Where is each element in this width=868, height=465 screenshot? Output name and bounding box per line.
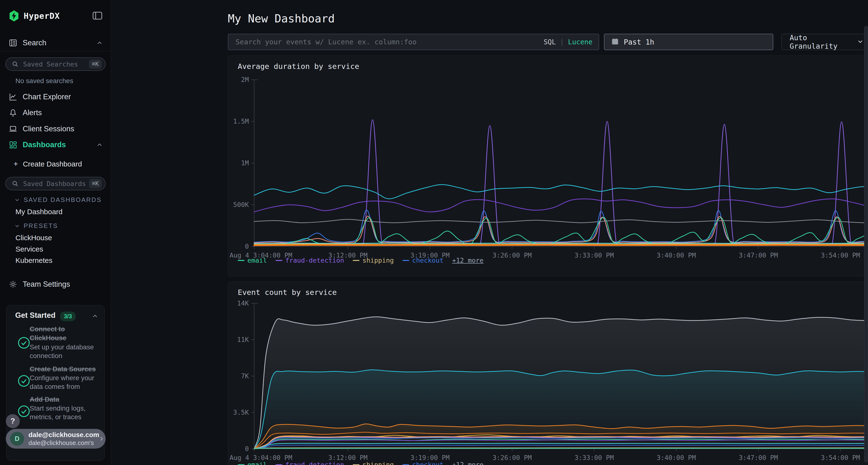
user-menu[interactable]: D dale@clickhouse.com dale@clickhouse.co… — [6, 429, 105, 449]
panel-average-duration[interactable]: Average duration by service 2M1.5M1M500K… — [228, 56, 868, 276]
legend-label: fraud-detection — [285, 461, 344, 465]
svg-text:2M: 2M — [241, 76, 249, 84]
chart-explorer-icon — [9, 93, 18, 101]
saved-dashboards-input[interactable]: Saved Dashboards ⌘K — [5, 177, 105, 190]
svg-text:500K: 500K — [233, 201, 249, 208]
legend-label: checkout — [412, 257, 443, 264]
sidebar-item-dashboards[interactable]: Dashboards — [0, 137, 111, 153]
svg-text:3:40:00 PM: 3:40:00 PM — [657, 454, 696, 461]
svg-text:3:54:00 PM: 3:54:00 PM — [821, 454, 860, 461]
svg-text:3:40:00 PM: 3:40:00 PM — [657, 252, 696, 259]
legend-item[interactable]: fraud-detection — [276, 257, 344, 264]
time-range-value: Past 1h — [624, 38, 654, 46]
svg-text:3:26:00 PM: 3:26:00 PM — [493, 252, 532, 259]
legend-item[interactable]: shipping — [353, 257, 394, 264]
legend-more-link[interactable]: +12 more — [452, 257, 484, 264]
chart-legend: emailfraud-detectionshippingcheckout+12 … — [238, 461, 484, 465]
sidebar-item-client-sessions[interactable]: Client Sessions — [0, 121, 111, 137]
sidebar-item-kubernetes[interactable]: Kubernetes — [16, 256, 52, 265]
sidebar-item-label: Client Sessions — [23, 125, 74, 133]
search-icon — [11, 61, 19, 68]
legend-more-link[interactable]: +12 more — [452, 461, 484, 465]
saved-searches-input[interactable]: Saved Searches ⌘K — [5, 57, 105, 71]
sidebar-item-search[interactable]: Search — [0, 35, 111, 51]
chevron-up-icon[interactable] — [91, 312, 99, 321]
user-email: dale@clickhouse.com — [28, 431, 99, 439]
chevron-right-icon — [98, 435, 105, 443]
legend-dash-icon — [238, 464, 245, 465]
create-dashboard-button[interactable]: + Create Dashboard — [13, 160, 82, 168]
granularity-select[interactable]: Auto Granularity — [781, 34, 868, 50]
get-started-item-desc: Set up your database connection — [30, 343, 102, 360]
svg-text:3.5K: 3.5K — [233, 409, 249, 416]
sidebar-item-team-settings[interactable]: Team Settings — [0, 276, 111, 292]
section-presets[interactable]: PRESETS — [14, 222, 58, 230]
section-saved-dashboards[interactable]: SAVED DASHBOARDS — [14, 196, 101, 204]
svg-text:14K: 14K — [237, 299, 249, 307]
svg-text:3:33:00 PM: 3:33:00 PM — [575, 454, 614, 461]
user-subtitle: dale@clickhouse.com's — [28, 439, 99, 447]
chart-title: Average duration by service — [238, 62, 359, 71]
legend-item[interactable]: checkout — [402, 461, 443, 465]
dashboards-grid-icon — [9, 140, 18, 149]
avatar: D — [10, 432, 24, 446]
cmdk-shortcut: ⌘K — [89, 60, 102, 69]
legend-label: email — [247, 461, 267, 465]
check-circle-icon — [17, 374, 31, 388]
bell-icon — [9, 108, 18, 117]
svg-text:3:33:00 PM: 3:33:00 PM — [575, 252, 614, 259]
language-lucene[interactable]: Lucene — [568, 38, 592, 46]
legend-dash-icon — [353, 260, 360, 261]
svg-text:3:47:00 PM: 3:47:00 PM — [739, 454, 778, 461]
legend-item[interactable]: checkout — [402, 257, 443, 264]
svg-text:1M: 1M — [241, 159, 249, 167]
legend-label: email — [247, 257, 267, 264]
sidebar-item-chart-explorer[interactable]: Chart Explorer — [0, 89, 111, 105]
panel-event-count[interactable]: Event count by service 14K11K7K3.5K0Aug … — [228, 281, 868, 465]
get-started-item-title[interactable]: Connect to ClickHouse — [30, 325, 100, 342]
svg-text:7K: 7K — [241, 372, 249, 380]
chevron-down-icon — [857, 38, 864, 46]
sidebar-item-clickhouse[interactable]: ClickHouse — [16, 234, 52, 242]
legend-item[interactable]: email — [238, 257, 267, 264]
language-sql[interactable]: SQL — [544, 38, 556, 46]
chart-legend: emailfraud-detectionshippingcheckout+12 … — [238, 257, 484, 264]
time-range-picker[interactable]: Past 1h — [604, 34, 773, 50]
event-search-input[interactable]: Search your events w/ Lucene ex. column:… — [228, 34, 599, 50]
page-title: My New Dashboard — [228, 12, 335, 25]
hyperdx-logo-icon — [9, 10, 19, 22]
legend-label: shipping — [362, 461, 394, 465]
legend-item[interactable]: email — [238, 461, 267, 465]
chevron-down-icon — [14, 223, 20, 229]
sidebar-collapse-icon[interactable] — [92, 11, 103, 20]
legend-item[interactable]: shipping — [353, 461, 394, 465]
legend-dash-icon — [238, 260, 245, 261]
legend-dash-icon — [402, 464, 409, 465]
sidebar-item-services[interactable]: Services — [16, 245, 43, 253]
help-button[interactable]: ? — [6, 414, 20, 428]
get-started-item-title[interactable]: Add Data — [30, 395, 100, 404]
sidebar-item-alerts[interactable]: Alerts — [0, 105, 111, 121]
chart-average-duration[interactable]: 2M1.5M1M500K0Aug 4 3:04:00 PM3:12:00 PM3… — [228, 72, 868, 268]
chart-event-count[interactable]: 14K11K7K3.5K0Aug 4 3:04:00 PM3:12:00 PM3… — [228, 299, 868, 465]
scrollbar[interactable] — [864, 26, 868, 463]
legend-label: fraud-detection — [285, 257, 344, 264]
legend-dash-icon — [353, 464, 360, 465]
laptop-icon — [9, 125, 18, 133]
search-section-icon — [9, 38, 18, 47]
svg-text:3:54:00 PM: 3:54:00 PM — [821, 252, 860, 259]
get-started-title: Get Started — [15, 311, 56, 320]
svg-text:0: 0 — [245, 445, 249, 453]
svg-text:1.5M: 1.5M — [233, 118, 249, 125]
create-dashboard-label: Create Dashboard — [23, 160, 82, 168]
svg-text:Aug 4 3:04:00 PM: Aug 4 3:04:00 PM — [229, 454, 292, 461]
legend-dash-icon — [276, 260, 282, 261]
get-started-item-title[interactable]: Create Data Sources — [30, 365, 100, 373]
legend-label: shipping — [362, 257, 394, 264]
svg-text:3:26:00 PM: 3:26:00 PM — [493, 454, 532, 461]
sidebar-item-my-dashboard[interactable]: My Dashboard — [16, 208, 62, 216]
legend-label: checkout — [412, 461, 443, 465]
section-label: PRESETS — [24, 222, 58, 230]
legend-item[interactable]: fraud-detection — [276, 461, 344, 465]
get-started-progress-badge: 3/3 — [60, 311, 76, 321]
